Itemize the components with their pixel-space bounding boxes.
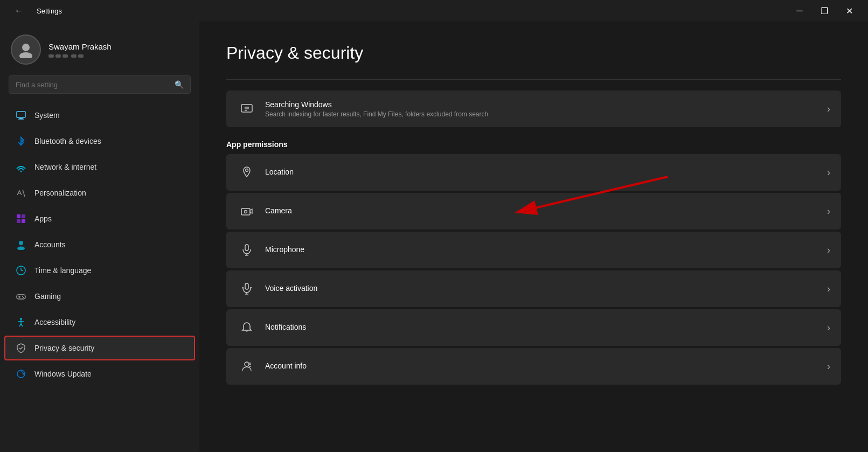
- svg-rect-8: [22, 214, 25, 218]
- time-icon: [15, 265, 27, 276]
- searching-chevron: ›: [827, 103, 830, 115]
- camera-icon: [237, 201, 256, 221]
- update-label: Windows Update: [34, 370, 92, 378]
- nav-accounts[interactable]: Accounts: [4, 232, 195, 257]
- camera-text: Camera: [265, 206, 827, 217]
- accessibility-icon: [15, 316, 27, 328]
- svg-point-5: [20, 171, 22, 172]
- voice-row[interactable]: Voice activation ›: [226, 270, 841, 307]
- notifications-title: Notifications: [265, 323, 827, 331]
- nav-network[interactable]: Network & internet: [4, 155, 195, 179]
- nav-gaming[interactable]: Gaming: [4, 284, 195, 309]
- nav-bluetooth[interactable]: Bluetooth & devices: [4, 129, 195, 154]
- restore-button[interactable]: ❐: [812, 2, 837, 19]
- svg-point-19: [22, 296, 23, 297]
- titlebar-left: ← Settings: [6, 2, 787, 19]
- titlebar-controls: ─ ❐ ✕: [787, 2, 862, 19]
- voice-text: Voice activation: [265, 284, 827, 294]
- svg-point-1: [19, 52, 32, 58]
- search-icon: 🔍: [175, 80, 184, 89]
- accounts-icon: [15, 239, 27, 251]
- notifications-row[interactable]: Notifications ›: [226, 309, 841, 346]
- search-container: 🔍: [0, 75, 199, 102]
- search-input[interactable]: [16, 81, 170, 89]
- svg-point-34: [245, 211, 247, 213]
- searching-windows-row[interactable]: Searching Windows Search indexing for fa…: [226, 91, 841, 127]
- user-info: Swayam Prakash: [48, 42, 112, 58]
- searching-title: Searching Windows: [265, 100, 827, 109]
- svg-rect-16: [17, 295, 25, 299]
- nav-accessibility[interactable]: Accessibility: [4, 310, 195, 335]
- avatar-icon: [17, 41, 34, 58]
- network-icon: [15, 161, 27, 173]
- search-box[interactable]: 🔍: [9, 75, 191, 94]
- privacy-label: Privacy & security: [34, 344, 94, 352]
- searching-subtitle: Search indexing for faster results, Find…: [265, 110, 827, 118]
- microphone-text: Microphone: [265, 245, 827, 255]
- svg-point-20: [23, 297, 24, 298]
- privacy-icon: [15, 342, 27, 354]
- microphone-row[interactable]: Microphone ›: [226, 232, 841, 268]
- nav-privacy[interactable]: Privacy & security: [4, 336, 195, 360]
- account-info-title: Account info: [265, 361, 827, 370]
- annotation-container: Location › Camera ›: [226, 154, 841, 230]
- sidebar: Swayam Prakash 🔍: [0, 22, 199, 452]
- svg-rect-9: [17, 219, 20, 223]
- back-icon: ←: [15, 6, 23, 16]
- searching-text: Searching Windows Search indexing for fa…: [265, 100, 827, 118]
- time-label: Time & language: [34, 266, 91, 275]
- close-button[interactable]: ✕: [837, 2, 862, 19]
- apps-icon: [15, 213, 27, 225]
- svg-point-43: [245, 362, 249, 366]
- system-icon: [15, 109, 27, 121]
- back-button[interactable]: ←: [6, 2, 31, 19]
- personalization-label: Personalization: [34, 189, 86, 197]
- nav-apps[interactable]: Apps: [4, 206, 195, 231]
- minimize-button[interactable]: ─: [787, 2, 812, 19]
- nav-update[interactable]: Windows Update: [4, 361, 195, 386]
- account-info-row[interactable]: Account info ›: [226, 348, 841, 385]
- update-icon: [15, 368, 27, 380]
- system-label: System: [34, 111, 60, 120]
- nav-time[interactable]: Time & language: [4, 258, 195, 283]
- titlebar-title: Settings: [37, 7, 62, 15]
- account-info-chevron: ›: [827, 361, 830, 372]
- user-profile[interactable]: Swayam Prakash: [0, 22, 199, 75]
- divider-top: [226, 79, 841, 80]
- microphone-chevron: ›: [827, 245, 830, 256]
- account-info-text: Account info: [265, 361, 827, 372]
- camera-row[interactable]: Camera ›: [226, 193, 841, 230]
- camera-chevron: ›: [827, 206, 830, 217]
- location-text: Location: [265, 168, 827, 178]
- svg-rect-37: [245, 245, 248, 251]
- notifications-text: Notifications: [265, 323, 827, 333]
- bluetooth-icon: [15, 135, 27, 147]
- location-row[interactable]: Location ›: [226, 154, 841, 191]
- minimize-icon: ─: [796, 6, 802, 16]
- camera-title: Camera: [265, 206, 827, 215]
- location-title: Location: [265, 168, 827, 176]
- user-dots: [48, 54, 112, 58]
- titlebar: ← Settings ─ ❐ ✕: [0, 0, 868, 22]
- close-icon: ✕: [846, 6, 853, 16]
- svg-point-32: [246, 169, 248, 172]
- accessibility-label: Accessibility: [34, 318, 75, 326]
- voice-title: Voice activation: [265, 284, 827, 293]
- searching-icon: [237, 99, 256, 119]
- nav-system[interactable]: System: [4, 103, 195, 128]
- svg-rect-33: [241, 208, 250, 215]
- personalization-icon: [15, 187, 27, 199]
- svg-rect-2: [17, 112, 25, 117]
- microphone-title: Microphone: [265, 245, 827, 254]
- voice-icon: [237, 279, 256, 298]
- microphone-icon: [237, 240, 256, 260]
- nav-personalization[interactable]: Personalization: [4, 180, 195, 205]
- svg-line-24: [19, 324, 21, 326]
- app-permissions-header: App permissions: [226, 129, 841, 154]
- svg-rect-28: [241, 105, 252, 112]
- svg-rect-7: [17, 214, 20, 218]
- svg-point-0: [22, 44, 30, 51]
- voice-chevron: ›: [827, 283, 830, 295]
- user-name: Swayam Prakash: [48, 42, 112, 51]
- account-info-icon: [237, 357, 256, 376]
